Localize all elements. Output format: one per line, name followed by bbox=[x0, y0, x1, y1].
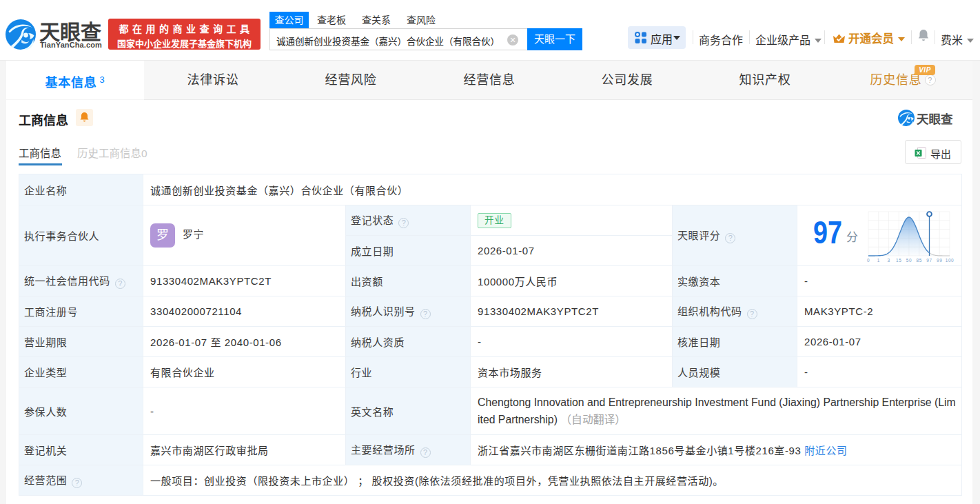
svg-text:97: 97 bbox=[926, 258, 932, 263]
svg-text:0: 0 bbox=[867, 258, 870, 263]
svg-text:85: 85 bbox=[917, 258, 922, 263]
svg-text:50: 50 bbox=[906, 258, 912, 263]
svg-text:99: 99 bbox=[937, 258, 942, 263]
svg-text:1: 1 bbox=[877, 258, 880, 263]
svg-text:100: 100 bbox=[946, 258, 955, 263]
svg-text:3: 3 bbox=[887, 258, 890, 263]
svg-text:15: 15 bbox=[896, 258, 901, 263]
